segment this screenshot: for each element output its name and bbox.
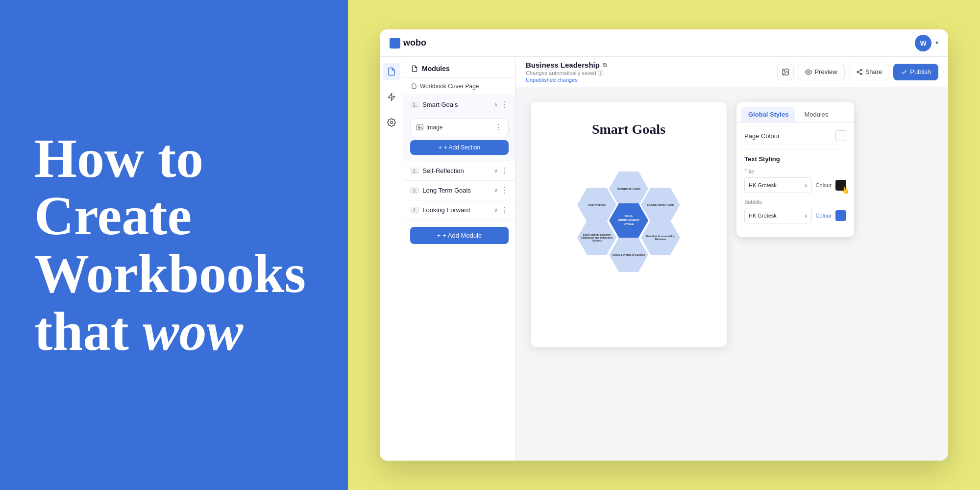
- module-num-4: 4.: [410, 207, 419, 214]
- page-colour-swatch[interactable]: [835, 130, 846, 141]
- heading-line3: Workbooks: [34, 243, 306, 304]
- sidebar-magic-icon[interactable]: [383, 88, 400, 106]
- toolbar-title: Business Leadership ⧉: [526, 61, 607, 69]
- module-item-self-reflection: 2. Self-Reflection ∨ ⋮: [403, 161, 515, 181]
- subtitle-colour-swatch[interactable]: [835, 210, 846, 221]
- module-actions-smart-goals: ∧ ⋮: [494, 100, 509, 109]
- section-dots-icon[interactable]: ⋮: [494, 122, 502, 132]
- heading-wow: wow: [143, 301, 243, 362]
- title-colour-label: Colour: [816, 182, 832, 188]
- hex-bottom-right-label: Establish Accountability Measures: [641, 233, 680, 243]
- module-header-left-4: 4. Looking Forward: [410, 206, 470, 214]
- publish-label: Publish: [910, 68, 931, 75]
- subtitle-field-label: Subtitle: [744, 199, 846, 205]
- hex-center-label: SELF-IMPROVEMENTCYCLE: [616, 213, 642, 228]
- logo: wobo: [390, 38, 426, 49]
- page-preview: Smart Goals Recognize Goals Set Clear SM…: [531, 102, 727, 347]
- title-font-name: HK Grotesk: [749, 182, 777, 188]
- subtitle-font-chevron: ∨: [804, 213, 808, 219]
- chevron-down-icon-4[interactable]: ∨: [494, 207, 498, 213]
- sidebar-icons: [380, 57, 403, 461]
- chevron-down-icon-2[interactable]: ∨: [494, 168, 498, 174]
- section-item-left: Image: [416, 124, 442, 131]
- title-font-select[interactable]: HK Grotesk ∨: [744, 177, 812, 193]
- external-link-icon[interactable]: ⧉: [603, 62, 607, 69]
- dots-menu-icon-4[interactable]: ⋮: [501, 205, 509, 215]
- module-header-looking-forward[interactable]: 4. Looking Forward ∨ ⋮: [403, 200, 515, 220]
- title-field-controls: HK Grotesk ∨ Colour 👆: [744, 177, 846, 193]
- module-item-smart-goals: 1. Smart Goals ∧ ⋮ Image: [403, 95, 515, 161]
- editor-toolbar: Business Leadership ⧉ Changes automatica…: [516, 57, 948, 87]
- cursor-hand-icon: 👆: [841, 186, 849, 195]
- publish-button[interactable]: Publish: [893, 64, 938, 80]
- tab-global-styles[interactable]: Global Styles: [741, 107, 795, 122]
- hex-top-right: Set Clear SMART Goals: [641, 188, 680, 222]
- top-bar-right: W ▾: [915, 35, 938, 51]
- smart-goals-content: Image ⋮ + + Add Section: [403, 114, 515, 161]
- module-header-long-term-goals[interactable]: 3. Long Term Goals ∨ ⋮: [403, 181, 515, 200]
- module-label-smart-goals: Smart Goals: [422, 101, 458, 108]
- title-colour-swatch[interactable]: 👆: [835, 180, 846, 191]
- svg-line-11: [858, 70, 860, 71]
- module-header-left-3: 3. Long Term Goals: [410, 187, 471, 194]
- module-label-self-reflection: Self-Reflection: [422, 167, 464, 174]
- toolbar-left: Business Leadership ⧉ Changes automatica…: [526, 61, 607, 83]
- hex-top-left: Track Progress: [577, 188, 616, 222]
- section-item-image[interactable]: Image ⋮: [410, 118, 509, 136]
- subtitle-font-name: HK Grotesk: [749, 213, 777, 219]
- page-title: Smart Goals: [592, 122, 665, 137]
- hex-top-right-label: Set Clear SMART Goals: [645, 201, 676, 208]
- module-item-long-term-goals: 3. Long Term Goals ∨ ⋮: [403, 181, 515, 200]
- module-num-1: 1.: [410, 101, 419, 108]
- toolbar-subtitle: Changes automatically saved ⓘ Unpublishe…: [526, 70, 607, 83]
- dots-menu-icon-3[interactable]: ⋮: [501, 186, 509, 195]
- module-label-looking-forward: Looking Forward: [422, 206, 470, 214]
- hex-center: SELF-IMPROVEMENTCYCLE: [609, 203, 648, 238]
- sidebar-page-icon[interactable]: [383, 63, 400, 80]
- hex-bottom-right: Establish Accountability Measures: [641, 220, 680, 255]
- styles-content: Page Colour Text Styling Title HK Gr: [736, 122, 854, 237]
- text-style-title-row: Title HK Grotesk ∨ Colour 👆: [744, 169, 846, 193]
- add-module-icon: +: [437, 232, 441, 239]
- dots-menu-icon-2[interactable]: ⋮: [501, 166, 509, 175]
- hex-top-label: Recognize Goals: [615, 185, 642, 192]
- page-colour-label: Page Colour: [744, 132, 780, 140]
- module-label-long-term-goals: Long Term Goals: [422, 187, 471, 194]
- app-window: wobo W ▾: [380, 29, 948, 461]
- sidebar-settings-icon[interactable]: [383, 114, 400, 131]
- chevron-down-icon[interactable]: ▾: [935, 39, 938, 47]
- add-section-icon: +: [439, 144, 442, 151]
- hex-top: Recognize Goals: [609, 172, 648, 206]
- global-styles-tab-label: Global Styles: [748, 111, 788, 118]
- workbook-cover-item[interactable]: Workbook Cover Page: [403, 78, 515, 95]
- chevron-up-icon[interactable]: ∧: [494, 101, 498, 108]
- hex-bottom-left: Easily Identify Common Challenges and Be…: [577, 220, 616, 255]
- add-module-button[interactable]: + + Add Module: [410, 227, 509, 244]
- avatar[interactable]: W: [915, 35, 931, 51]
- module-header-smart-goals[interactable]: 1. Smart Goals ∧ ⋮: [403, 95, 515, 114]
- add-section-button[interactable]: + + Add Section: [410, 140, 509, 155]
- text-style-subtitle-row: Subtitle HK Grotesk ∨ Colour: [744, 199, 846, 223]
- module-header-self-reflection[interactable]: 2. Self-Reflection ∨ ⋮: [403, 161, 515, 180]
- right-panel: wobo W ▾: [348, 0, 980, 490]
- chevron-down-icon-3[interactable]: ∨: [494, 187, 498, 194]
- hero-heading: How to Create Workbooks that wow: [34, 130, 314, 360]
- unpublished-link[interactable]: Unpublished changes: [526, 77, 578, 83]
- toolbar-right: Preview Share Publish: [777, 64, 938, 80]
- svg-point-6: [808, 71, 810, 73]
- section-label-image: Image: [426, 124, 442, 131]
- subtitle-colour-label: Colour: [816, 213, 832, 219]
- preview-button[interactable]: Preview: [798, 64, 844, 80]
- tab-modules[interactable]: Modules: [797, 107, 835, 122]
- dots-menu-icon[interactable]: ⋮: [501, 100, 509, 109]
- share-button[interactable]: Share: [849, 64, 890, 80]
- image-toolbar-btn[interactable]: [777, 64, 794, 80]
- page-colour-row: Page Colour: [744, 130, 846, 141]
- hex-diagram: Recognize Goals Set Clear SMART Goals SE…: [560, 152, 697, 289]
- workbook-title: Business Leadership: [526, 61, 600, 69]
- styles-panel: Global Styles Modules Page Colour: [736, 102, 854, 237]
- share-label: Share: [865, 68, 882, 75]
- subtitle-font-select[interactable]: HK Grotesk ∨: [744, 208, 812, 223]
- svg-marker-0: [388, 94, 395, 101]
- title-font-chevron: ∨: [804, 183, 808, 188]
